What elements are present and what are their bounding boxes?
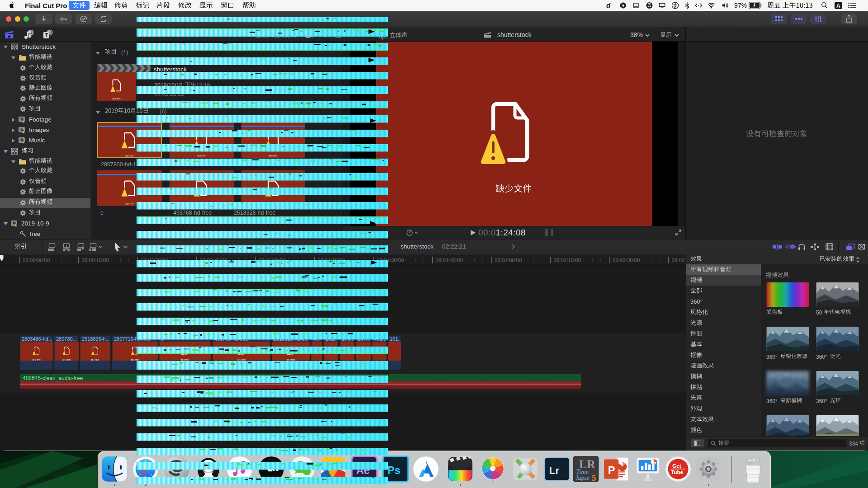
svg-text:5: 5 bbox=[592, 473, 596, 483]
svg-text:lapse: lapse bbox=[576, 474, 590, 481]
svg-text:Lr: Lr bbox=[549, 465, 560, 476]
svg-text:Ps: Ps bbox=[387, 465, 401, 476]
svg-text:Get: Get bbox=[672, 463, 681, 469]
svg-text:Ae: Ae bbox=[356, 465, 370, 476]
svg-text:tv: tv bbox=[272, 464, 280, 473]
svg-text:P: P bbox=[608, 465, 615, 476]
svg-text:Tube: Tube bbox=[671, 469, 684, 475]
